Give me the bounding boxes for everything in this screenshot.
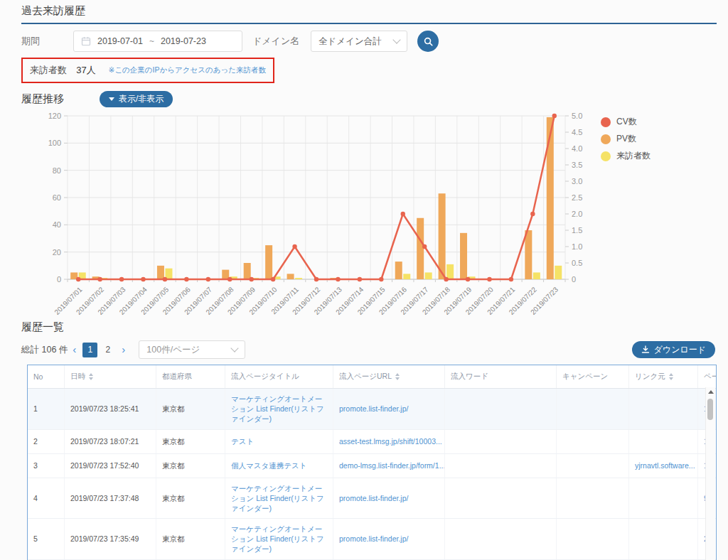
legend-item: CV数 bbox=[601, 116, 651, 128]
cell-no: 1 bbox=[28, 389, 65, 430]
cell-referrer bbox=[629, 519, 698, 560]
cell-referrer bbox=[629, 389, 698, 430]
cell-no: 4 bbox=[28, 478, 65, 519]
total-count: 総計 106 件 bbox=[21, 344, 68, 356]
list-controls: 総計 106 件 ‹ 12 › 100件/ページ ダウンロード bbox=[21, 340, 717, 359]
cell-pref: 東京都 bbox=[156, 519, 225, 560]
triangle-down-icon bbox=[109, 97, 114, 101]
chart-header: 履歴推移 表示/非表示 bbox=[21, 91, 717, 107]
legend-label: 来訪者数 bbox=[616, 150, 651, 162]
cell-pref: 東京都 bbox=[156, 389, 225, 430]
filter-bar: 期間 2019-07-01 ~ 2019-07-23 ドメイン名 全ドメイン合計 bbox=[21, 31, 717, 52]
column-header-transitions[interactable]: ページ遷移数 bbox=[698, 365, 717, 389]
column-label: No bbox=[33, 372, 43, 381]
column-label: 流入ページタイトル bbox=[231, 372, 299, 380]
url-link[interactable]: demo-lmsg.list-finder.jp/form/1... bbox=[339, 461, 445, 470]
title-link[interactable]: マーケティングオートメーション List Finder(リストファインダー) bbox=[231, 524, 324, 553]
domain-select-value: 全ドメイン合計 bbox=[318, 36, 382, 48]
cell-word bbox=[445, 519, 557, 560]
cell-campaign bbox=[557, 453, 629, 478]
search-icon bbox=[423, 36, 434, 47]
url-link[interactable]: promote.list-finder.jp/ bbox=[339, 534, 408, 543]
cell-pref: 東京都 bbox=[156, 429, 225, 453]
visitor-count-value: 37人 bbox=[76, 64, 108, 77]
date-separator: ~ bbox=[149, 36, 154, 46]
chart-section-title: 履歴推移 bbox=[21, 92, 100, 106]
cell-url: promote.list-finder.jp/ bbox=[333, 389, 445, 430]
url-link[interactable]: asset-test.lmsg.jp/shift/10003... bbox=[339, 437, 442, 446]
sort-icon[interactable] bbox=[395, 373, 400, 380]
svg-text:100: 100 bbox=[48, 139, 61, 147]
list-section-title: 履歴一覧 bbox=[21, 321, 717, 334]
column-label: ページ遷移数 bbox=[704, 372, 717, 380]
url-link[interactable]: promote.list-finder.jp/ bbox=[339, 404, 408, 413]
sort-icon[interactable] bbox=[669, 373, 673, 380]
title-link[interactable]: テスト bbox=[231, 437, 254, 446]
next-page-button[interactable]: › bbox=[117, 343, 130, 357]
column-label: キャンペーン bbox=[562, 372, 608, 380]
sort-icon[interactable] bbox=[89, 373, 93, 380]
cell-datetime: 2019/07/23 17:37:48 bbox=[65, 478, 156, 519]
download-button[interactable]: ダウンロード bbox=[632, 341, 715, 358]
url-link[interactable]: promote.list-finder.jp/ bbox=[339, 494, 408, 502]
title-link[interactable]: マーケティングオートメーション List Finder(リストファインダー) bbox=[231, 394, 324, 423]
svg-text:4.5: 4.5 bbox=[572, 128, 582, 136]
svg-text:2.5: 2.5 bbox=[572, 193, 582, 202]
cell-url: asset-test.lmsg.jp/shift/10003... bbox=[333, 429, 445, 453]
page-size-select[interactable]: 100件/ページ bbox=[139, 340, 245, 359]
chart-legend: CV数PV数来訪者数 bbox=[601, 116, 651, 162]
column-header-referrer[interactable]: リンク元 bbox=[629, 365, 698, 389]
svg-text:2.0: 2.0 bbox=[572, 210, 582, 218]
column-label: 都道府県 bbox=[162, 372, 192, 380]
table-header-row: No日時都道府県流入ページタイトル流入ページURL流入ワードキャンペーンリンク元… bbox=[28, 365, 717, 389]
toggle-visibility-button[interactable]: 表示/非表示 bbox=[100, 91, 173, 107]
cell-referrer bbox=[629, 478, 698, 519]
cell-no: 5 bbox=[28, 519, 65, 560]
vertical-scroll-thumb[interactable] bbox=[707, 399, 713, 420]
svg-text:0: 0 bbox=[57, 275, 61, 284]
date-range-input[interactable]: 2019-07-01 ~ 2019-07-23 bbox=[73, 31, 242, 52]
chevron-down-icon bbox=[231, 344, 239, 352]
cell-title: マーケティングオートメーション List Finder(リストファインダー) bbox=[225, 519, 333, 560]
date-to-value[interactable]: 2019-07-23 bbox=[161, 36, 206, 46]
svg-text:0: 0 bbox=[572, 275, 576, 284]
column-header-pref: 都道府県 bbox=[156, 365, 225, 389]
svg-text:5.0: 5.0 bbox=[572, 112, 582, 120]
visitor-count-note: ※この企業のIPからアクセスのあった来訪者数 bbox=[109, 65, 266, 75]
referrer-link[interactable]: yjrnavtl.software... bbox=[635, 461, 695, 470]
page-button-1[interactable]: 1 bbox=[82, 343, 97, 357]
chevron-down-icon bbox=[392, 36, 400, 43]
legend-item: 来訪者数 bbox=[601, 150, 651, 162]
table-row: 42019/07/23 17:37:48東京都マーケティングオートメーション L… bbox=[28, 478, 717, 519]
cell-word bbox=[445, 478, 557, 519]
cell-url: demo-lmsg.list-finder.jp/form/1... bbox=[333, 453, 445, 478]
column-label: リンク元 bbox=[635, 372, 665, 380]
column-header-datetime[interactable]: 日時 bbox=[65, 365, 156, 389]
cell-url: promote.list-finder.jp/ bbox=[333, 519, 445, 560]
cell-datetime: 2019/07/23 18:25:41 bbox=[65, 389, 156, 430]
cell-campaign bbox=[557, 478, 629, 519]
svg-text:4.0: 4.0 bbox=[572, 144, 582, 153]
column-header-url[interactable]: 流入ページURL bbox=[333, 365, 445, 389]
cell-campaign bbox=[557, 519, 629, 560]
svg-text:20: 20 bbox=[53, 248, 61, 257]
page-button-2[interactable]: 2 bbox=[100, 343, 115, 357]
cell-referrer bbox=[629, 429, 698, 453]
chart-canvas: 02040608010012000.51.01.52.02.53.03.54.0… bbox=[21, 109, 590, 319]
period-label: 期間 bbox=[21, 35, 73, 48]
cell-referrer: yjrnavtl.software... bbox=[629, 453, 698, 478]
title-link[interactable]: 個人マスタ連携テスト bbox=[231, 461, 306, 470]
cell-datetime: 2019/07/23 17:52:40 bbox=[65, 453, 156, 478]
domain-select[interactable]: 全ドメイン合計 bbox=[311, 31, 407, 52]
svg-text:80: 80 bbox=[53, 166, 61, 175]
search-button[interactable] bbox=[417, 31, 439, 52]
cell-word bbox=[445, 389, 557, 430]
vertical-scrollbar[interactable] bbox=[705, 387, 715, 560]
cell-title: マーケティングオートメーション List Finder(リストファインダー) bbox=[225, 389, 333, 430]
table-row: 12019/07/23 18:25:41東京都マーケティングオートメーション L… bbox=[28, 389, 717, 430]
cell-title: 個人マスタ連携テスト bbox=[225, 453, 333, 478]
prev-page-button[interactable]: ‹ bbox=[68, 343, 81, 357]
scroll-up-icon[interactable] bbox=[708, 390, 714, 394]
title-link[interactable]: マーケティングオートメーション List Finder(リストファインダー) bbox=[231, 484, 324, 512]
date-from-value[interactable]: 2019-07-01 bbox=[97, 36, 143, 46]
